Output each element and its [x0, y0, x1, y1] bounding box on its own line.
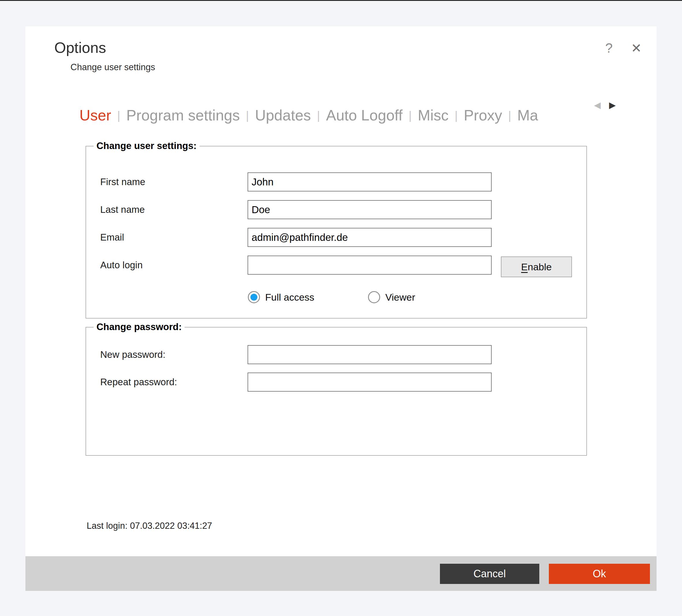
last-name-label: Last name: [100, 204, 145, 215]
auto-login-label: Auto login: [100, 260, 143, 271]
footer-bar: Cancel Ok: [25, 556, 657, 591]
email-input[interactable]: [248, 228, 492, 247]
tab-updates[interactable]: Updates: [255, 104, 311, 127]
page-title: Options: [54, 39, 106, 57]
new-password-label: New password:: [100, 349, 165, 360]
enable-button-rest: nable: [528, 261, 552, 272]
radio-full-access[interactable]: Full access: [248, 290, 314, 304]
radio-button-icon: [368, 291, 380, 303]
tab-proxy[interactable]: Proxy: [463, 104, 502, 127]
enable-button-accel: E: [521, 261, 528, 272]
tab-auto-logoff[interactable]: Auto Logoff: [326, 104, 403, 127]
radio-viewer[interactable]: Viewer: [368, 290, 415, 304]
first-name-label: First name: [100, 177, 145, 187]
radio-dot: [371, 294, 378, 301]
change-password-legend: Change password:: [94, 321, 185, 333]
close-icon[interactable]: ✕: [625, 38, 648, 58]
tab-separator: |: [246, 104, 249, 127]
email-label: Email: [100, 232, 124, 243]
screen-top-edge: [0, 0, 682, 1]
last-login-status: Last login: 07.03.2022 03:41:27: [87, 521, 212, 531]
first-name-row: First name: [100, 173, 145, 191]
repeat-password-label: Repeat password:: [100, 377, 177, 388]
tab-separator: |: [317, 104, 320, 127]
tab-mail-truncated[interactable]: Ma: [517, 104, 538, 127]
options-dialog: Options Change user settings ? ✕ User|Pr…: [25, 26, 657, 591]
radio-full-access-label: Full access: [265, 292, 314, 303]
tab-bar: User|Program settings|Updates|Auto Logof…: [79, 104, 591, 129]
tab-program-settings[interactable]: Program settings: [126, 104, 240, 127]
repeat-password-input[interactable]: [248, 372, 492, 392]
first-name-input[interactable]: [248, 173, 492, 191]
user-settings-legend: Change user settings:: [94, 139, 200, 152]
tab-separator: |: [409, 104, 412, 127]
repeat-password-row: Repeat password:: [100, 372, 177, 392]
new-password-row: New password:: [100, 345, 165, 364]
tab-user[interactable]: User: [79, 104, 111, 127]
tab-separator: |: [117, 104, 120, 127]
tab-scroll-left-icon[interactable]: ◀: [591, 98, 604, 111]
tab-scroll-right-icon[interactable]: ▶: [606, 98, 619, 111]
change-password-group: Change password: New password: Repeat pa…: [86, 327, 587, 456]
radio-button-icon: [248, 291, 260, 303]
user-settings-group: Change user settings: First name Last na…: [86, 146, 587, 319]
radio-viewer-label: Viewer: [385, 292, 415, 303]
auto-login-input[interactable]: [248, 256, 492, 275]
last-name-input[interactable]: [248, 200, 492, 219]
ok-button[interactable]: Ok: [549, 564, 650, 584]
tab-misc[interactable]: Misc: [418, 104, 449, 127]
cancel-button[interactable]: Cancel: [440, 564, 539, 584]
email-row: Email: [100, 228, 124, 247]
help-icon[interactable]: ?: [599, 38, 619, 58]
tab-separator: |: [508, 104, 511, 127]
tab-separator: |: [455, 104, 458, 127]
enable-button[interactable]: Enable: [501, 256, 572, 277]
new-password-input[interactable]: [248, 345, 492, 364]
auto-login-row: Auto login: [100, 256, 143, 275]
radio-dot: [250, 294, 257, 301]
last-name-row: Last name: [100, 200, 145, 219]
dialog-subtitle: Change user settings: [70, 62, 155, 72]
